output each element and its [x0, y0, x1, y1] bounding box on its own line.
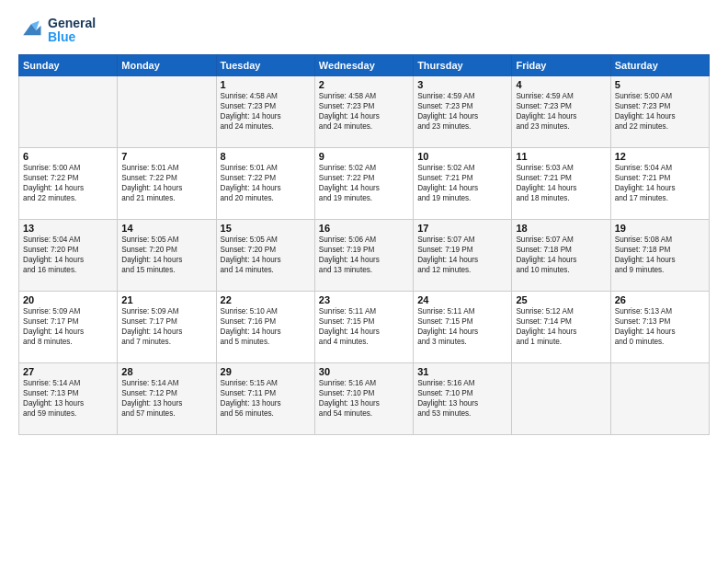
day-cell: [610, 362, 709, 434]
day-number: 2: [319, 79, 409, 90]
weekday-header-row: SundayMondayTuesdayWednesdayThursdayFrid…: [19, 54, 710, 75]
day-cell: 15Sunrise: 5:05 AM Sunset: 7:20 PM Dayli…: [216, 219, 314, 291]
day-number: 25: [516, 294, 606, 305]
day-number: 1: [221, 79, 311, 90]
day-cell: [118, 75, 216, 147]
day-number: 6: [23, 151, 113, 162]
day-cell: 18Sunrise: 5:07 AM Sunset: 7:18 PM Dayli…: [512, 219, 610, 291]
day-number: 8: [221, 151, 311, 162]
day-cell: 2Sunrise: 4:58 AM Sunset: 7:23 PM Daylig…: [314, 75, 413, 147]
day-info: Sunrise: 5:14 AM Sunset: 7:12 PM Dayligh…: [121, 378, 211, 419]
week-row-4: 20Sunrise: 5:09 AM Sunset: 7:17 PM Dayli…: [19, 291, 710, 362]
day-info: Sunrise: 5:02 AM Sunset: 7:21 PM Dayligh…: [417, 163, 507, 203]
day-info: Sunrise: 5:14 AM Sunset: 7:13 PM Dayligh…: [23, 378, 113, 419]
day-number: 28: [121, 366, 211, 377]
day-info: Sunrise: 5:16 AM Sunset: 7:10 PM Dayligh…: [319, 378, 409, 419]
day-cell: 24Sunrise: 5:11 AM Sunset: 7:15 PM Dayli…: [414, 291, 512, 362]
day-info: Sunrise: 4:58 AM Sunset: 7:23 PM Dayligh…: [221, 91, 311, 132]
day-info: Sunrise: 5:07 AM Sunset: 7:19 PM Dayligh…: [417, 235, 507, 275]
day-number: 22: [221, 294, 311, 305]
day-cell: 25Sunrise: 5:12 AM Sunset: 7:14 PM Dayli…: [512, 291, 610, 362]
day-info: Sunrise: 5:15 AM Sunset: 7:11 PM Dayligh…: [221, 378, 311, 419]
day-number: 19: [615, 223, 705, 234]
day-number: 7: [121, 151, 211, 162]
day-info: Sunrise: 4:58 AM Sunset: 7:23 PM Dayligh…: [319, 91, 409, 132]
day-info: Sunrise: 5:05 AM Sunset: 7:20 PM Dayligh…: [121, 235, 211, 275]
day-cell: 23Sunrise: 5:11 AM Sunset: 7:15 PM Dayli…: [314, 291, 413, 362]
day-number: 3: [417, 79, 507, 90]
day-info: Sunrise: 5:09 AM Sunset: 7:17 PM Dayligh…: [121, 306, 211, 347]
day-info: Sunrise: 5:03 AM Sunset: 7:21 PM Dayligh…: [516, 163, 606, 203]
day-number: 23: [319, 294, 409, 305]
week-row-2: 6Sunrise: 5:00 AM Sunset: 7:22 PM Daylig…: [19, 147, 710, 219]
day-number: 17: [417, 223, 507, 234]
day-number: 24: [417, 294, 507, 305]
day-cell: 26Sunrise: 5:13 AM Sunset: 7:13 PM Dayli…: [610, 291, 709, 362]
day-cell: 14Sunrise: 5:05 AM Sunset: 7:20 PM Dayli…: [118, 219, 216, 291]
week-row-1: 1Sunrise: 4:58 AM Sunset: 7:23 PM Daylig…: [19, 75, 710, 147]
day-number: 15: [221, 223, 311, 234]
day-cell: 22Sunrise: 5:10 AM Sunset: 7:16 PM Dayli…: [216, 291, 314, 362]
day-info: Sunrise: 5:11 AM Sunset: 7:15 PM Dayligh…: [319, 306, 409, 347]
day-info: Sunrise: 5:12 AM Sunset: 7:14 PM Dayligh…: [516, 306, 606, 347]
day-number: 14: [121, 223, 211, 234]
day-number: 30: [319, 366, 409, 377]
day-cell: 3Sunrise: 4:59 AM Sunset: 7:23 PM Daylig…: [414, 75, 512, 147]
day-cell: 27Sunrise: 5:14 AM Sunset: 7:13 PM Dayli…: [19, 362, 118, 434]
page: General Blue SundayMondayTuesdayWednesda…: [0, 0, 728, 563]
calendar-table: SundayMondayTuesdayWednesdayThursdayFrid…: [18, 54, 710, 435]
day-number: 29: [221, 366, 311, 377]
weekday-header-thursday: Thursday: [414, 54, 512, 75]
logo: General Blue: [18, 17, 96, 45]
day-info: Sunrise: 5:13 AM Sunset: 7:13 PM Dayligh…: [615, 306, 705, 347]
day-info: Sunrise: 5:04 AM Sunset: 7:21 PM Dayligh…: [615, 163, 705, 203]
day-info: Sunrise: 5:16 AM Sunset: 7:10 PM Dayligh…: [417, 378, 507, 419]
day-cell: 21Sunrise: 5:09 AM Sunset: 7:17 PM Dayli…: [118, 291, 216, 362]
logo-text: General Blue: [48, 17, 96, 45]
day-cell: [19, 75, 118, 147]
day-number: 18: [516, 223, 606, 234]
day-info: Sunrise: 5:09 AM Sunset: 7:17 PM Dayligh…: [23, 306, 113, 347]
day-cell: 17Sunrise: 5:07 AM Sunset: 7:19 PM Dayli…: [414, 219, 512, 291]
day-info: Sunrise: 5:02 AM Sunset: 7:22 PM Dayligh…: [319, 163, 409, 203]
header: General Blue: [18, 17, 710, 45]
day-cell: 31Sunrise: 5:16 AM Sunset: 7:10 PM Dayli…: [414, 362, 512, 434]
day-info: Sunrise: 5:04 AM Sunset: 7:20 PM Dayligh…: [23, 235, 113, 275]
week-row-3: 13Sunrise: 5:04 AM Sunset: 7:20 PM Dayli…: [19, 219, 710, 291]
weekday-header-saturday: Saturday: [610, 54, 709, 75]
day-number: 21: [121, 294, 211, 305]
day-info: Sunrise: 5:11 AM Sunset: 7:15 PM Dayligh…: [417, 306, 507, 347]
day-info: Sunrise: 5:00 AM Sunset: 7:23 PM Dayligh…: [615, 91, 705, 132]
day-number: 31: [417, 366, 507, 377]
day-cell: 20Sunrise: 5:09 AM Sunset: 7:17 PM Dayli…: [19, 291, 118, 362]
weekday-header-friday: Friday: [512, 54, 610, 75]
day-info: Sunrise: 5:06 AM Sunset: 7:19 PM Dayligh…: [319, 235, 409, 275]
week-row-5: 27Sunrise: 5:14 AM Sunset: 7:13 PM Dayli…: [19, 362, 710, 434]
day-number: 27: [23, 366, 113, 377]
day-info: Sunrise: 5:05 AM Sunset: 7:20 PM Dayligh…: [221, 235, 311, 275]
weekday-header-sunday: Sunday: [19, 54, 118, 75]
day-cell: 30Sunrise: 5:16 AM Sunset: 7:10 PM Dayli…: [314, 362, 413, 434]
day-cell: [512, 362, 610, 434]
day-number: 26: [615, 294, 705, 305]
day-info: Sunrise: 5:07 AM Sunset: 7:18 PM Dayligh…: [516, 235, 606, 275]
day-number: 9: [319, 151, 409, 162]
day-cell: 10Sunrise: 5:02 AM Sunset: 7:21 PM Dayli…: [414, 147, 512, 219]
day-cell: 5Sunrise: 5:00 AM Sunset: 7:23 PM Daylig…: [610, 75, 709, 147]
day-number: 4: [516, 79, 606, 90]
weekday-header-tuesday: Tuesday: [216, 54, 314, 75]
day-cell: 16Sunrise: 5:06 AM Sunset: 7:19 PM Dayli…: [314, 219, 413, 291]
day-number: 16: [319, 223, 409, 234]
day-info: Sunrise: 5:00 AM Sunset: 7:22 PM Dayligh…: [23, 163, 113, 203]
weekday-header-wednesday: Wednesday: [314, 54, 413, 75]
day-number: 12: [615, 151, 705, 162]
day-cell: 6Sunrise: 5:00 AM Sunset: 7:22 PM Daylig…: [19, 147, 118, 219]
day-cell: 11Sunrise: 5:03 AM Sunset: 7:21 PM Dayli…: [512, 147, 610, 219]
day-cell: 13Sunrise: 5:04 AM Sunset: 7:20 PM Dayli…: [19, 219, 118, 291]
day-cell: 7Sunrise: 5:01 AM Sunset: 7:22 PM Daylig…: [118, 147, 216, 219]
day-number: 10: [417, 151, 507, 162]
day-info: Sunrise: 5:01 AM Sunset: 7:22 PM Dayligh…: [221, 163, 311, 203]
day-info: Sunrise: 5:08 AM Sunset: 7:18 PM Dayligh…: [615, 235, 705, 275]
day-info: Sunrise: 5:10 AM Sunset: 7:16 PM Dayligh…: [221, 306, 311, 347]
day-cell: 19Sunrise: 5:08 AM Sunset: 7:18 PM Dayli…: [610, 219, 709, 291]
